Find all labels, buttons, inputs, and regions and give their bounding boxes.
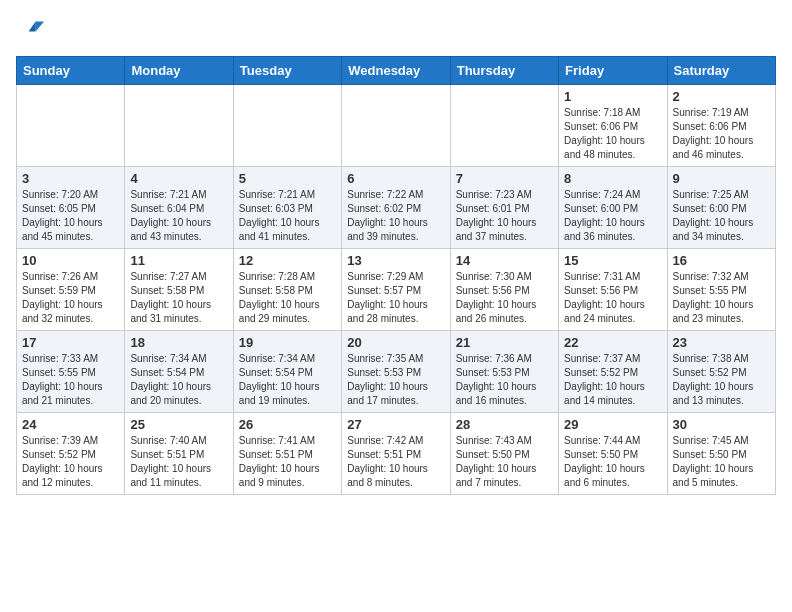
day-number: 11 — [130, 253, 227, 268]
calendar-cell: 24Sunrise: 7:39 AM Sunset: 5:52 PM Dayli… — [17, 413, 125, 495]
calendar-cell: 15Sunrise: 7:31 AM Sunset: 5:56 PM Dayli… — [559, 249, 667, 331]
day-info: Sunrise: 7:36 AM Sunset: 5:53 PM Dayligh… — [456, 352, 553, 408]
calendar-cell: 7Sunrise: 7:23 AM Sunset: 6:01 PM Daylig… — [450, 167, 558, 249]
calendar-cell: 10Sunrise: 7:26 AM Sunset: 5:59 PM Dayli… — [17, 249, 125, 331]
calendar-body: 1Sunrise: 7:18 AM Sunset: 6:06 PM Daylig… — [17, 85, 776, 495]
day-info: Sunrise: 7:33 AM Sunset: 5:55 PM Dayligh… — [22, 352, 119, 408]
calendar-cell: 2Sunrise: 7:19 AM Sunset: 6:06 PM Daylig… — [667, 85, 775, 167]
day-info: Sunrise: 7:32 AM Sunset: 5:55 PM Dayligh… — [673, 270, 770, 326]
calendar-week-2: 3Sunrise: 7:20 AM Sunset: 6:05 PM Daylig… — [17, 167, 776, 249]
day-info: Sunrise: 7:23 AM Sunset: 6:01 PM Dayligh… — [456, 188, 553, 244]
calendar-week-5: 24Sunrise: 7:39 AM Sunset: 5:52 PM Dayli… — [17, 413, 776, 495]
day-info: Sunrise: 7:34 AM Sunset: 5:54 PM Dayligh… — [239, 352, 336, 408]
day-number: 18 — [130, 335, 227, 350]
day-number: 28 — [456, 417, 553, 432]
calendar-cell: 29Sunrise: 7:44 AM Sunset: 5:50 PM Dayli… — [559, 413, 667, 495]
day-header-monday: Monday — [125, 57, 233, 85]
calendar-cell: 23Sunrise: 7:38 AM Sunset: 5:52 PM Dayli… — [667, 331, 775, 413]
svg-marker-1 — [29, 22, 36, 32]
day-number: 25 — [130, 417, 227, 432]
day-info: Sunrise: 7:31 AM Sunset: 5:56 PM Dayligh… — [564, 270, 661, 326]
day-number: 27 — [347, 417, 444, 432]
day-number: 21 — [456, 335, 553, 350]
calendar-cell: 9Sunrise: 7:25 AM Sunset: 6:00 PM Daylig… — [667, 167, 775, 249]
calendar-cell: 27Sunrise: 7:42 AM Sunset: 5:51 PM Dayli… — [342, 413, 450, 495]
day-info: Sunrise: 7:43 AM Sunset: 5:50 PM Dayligh… — [456, 434, 553, 490]
day-info: Sunrise: 7:21 AM Sunset: 6:03 PM Dayligh… — [239, 188, 336, 244]
day-number: 29 — [564, 417, 661, 432]
day-header-sunday: Sunday — [17, 57, 125, 85]
calendar-cell: 14Sunrise: 7:30 AM Sunset: 5:56 PM Dayli… — [450, 249, 558, 331]
day-info: Sunrise: 7:35 AM Sunset: 5:53 PM Dayligh… — [347, 352, 444, 408]
day-info: Sunrise: 7:27 AM Sunset: 5:58 PM Dayligh… — [130, 270, 227, 326]
calendar-cell: 20Sunrise: 7:35 AM Sunset: 5:53 PM Dayli… — [342, 331, 450, 413]
calendar-cell: 18Sunrise: 7:34 AM Sunset: 5:54 PM Dayli… — [125, 331, 233, 413]
calendar-cell: 5Sunrise: 7:21 AM Sunset: 6:03 PM Daylig… — [233, 167, 341, 249]
day-number: 19 — [239, 335, 336, 350]
day-header-tuesday: Tuesday — [233, 57, 341, 85]
calendar-cell: 4Sunrise: 7:21 AM Sunset: 6:04 PM Daylig… — [125, 167, 233, 249]
day-number: 7 — [456, 171, 553, 186]
calendar-week-3: 10Sunrise: 7:26 AM Sunset: 5:59 PM Dayli… — [17, 249, 776, 331]
calendar-cell: 1Sunrise: 7:18 AM Sunset: 6:06 PM Daylig… — [559, 85, 667, 167]
day-info: Sunrise: 7:34 AM Sunset: 5:54 PM Dayligh… — [130, 352, 227, 408]
day-info: Sunrise: 7:21 AM Sunset: 6:04 PM Dayligh… — [130, 188, 227, 244]
day-info: Sunrise: 7:24 AM Sunset: 6:00 PM Dayligh… — [564, 188, 661, 244]
calendar-table: SundayMondayTuesdayWednesdayThursdayFrid… — [16, 56, 776, 495]
day-header-friday: Friday — [559, 57, 667, 85]
day-headers-row: SundayMondayTuesdayWednesdayThursdayFrid… — [17, 57, 776, 85]
calendar-cell: 19Sunrise: 7:34 AM Sunset: 5:54 PM Dayli… — [233, 331, 341, 413]
day-info: Sunrise: 7:40 AM Sunset: 5:51 PM Dayligh… — [130, 434, 227, 490]
calendar-cell: 17Sunrise: 7:33 AM Sunset: 5:55 PM Dayli… — [17, 331, 125, 413]
day-info: Sunrise: 7:28 AM Sunset: 5:58 PM Dayligh… — [239, 270, 336, 326]
calendar-header: SundayMondayTuesdayWednesdayThursdayFrid… — [17, 57, 776, 85]
day-info: Sunrise: 7:25 AM Sunset: 6:00 PM Dayligh… — [673, 188, 770, 244]
day-info: Sunrise: 7:45 AM Sunset: 5:50 PM Dayligh… — [673, 434, 770, 490]
calendar-cell: 8Sunrise: 7:24 AM Sunset: 6:00 PM Daylig… — [559, 167, 667, 249]
calendar-cell: 3Sunrise: 7:20 AM Sunset: 6:05 PM Daylig… — [17, 167, 125, 249]
day-number: 26 — [239, 417, 336, 432]
day-number: 22 — [564, 335, 661, 350]
day-number: 6 — [347, 171, 444, 186]
calendar-cell — [125, 85, 233, 167]
calendar-week-1: 1Sunrise: 7:18 AM Sunset: 6:06 PM Daylig… — [17, 85, 776, 167]
day-header-thursday: Thursday — [450, 57, 558, 85]
day-number: 1 — [564, 89, 661, 104]
calendar-cell: 16Sunrise: 7:32 AM Sunset: 5:55 PM Dayli… — [667, 249, 775, 331]
day-info: Sunrise: 7:41 AM Sunset: 5:51 PM Dayligh… — [239, 434, 336, 490]
day-number: 12 — [239, 253, 336, 268]
calendar-cell: 21Sunrise: 7:36 AM Sunset: 5:53 PM Dayli… — [450, 331, 558, 413]
logo — [16, 16, 48, 44]
day-info: Sunrise: 7:37 AM Sunset: 5:52 PM Dayligh… — [564, 352, 661, 408]
day-info: Sunrise: 7:22 AM Sunset: 6:02 PM Dayligh… — [347, 188, 444, 244]
day-info: Sunrise: 7:44 AM Sunset: 5:50 PM Dayligh… — [564, 434, 661, 490]
day-number: 20 — [347, 335, 444, 350]
calendar-cell: 13Sunrise: 7:29 AM Sunset: 5:57 PM Dayli… — [342, 249, 450, 331]
calendar-cell — [233, 85, 341, 167]
calendar-cell: 26Sunrise: 7:41 AM Sunset: 5:51 PM Dayli… — [233, 413, 341, 495]
day-number: 30 — [673, 417, 770, 432]
day-number: 24 — [22, 417, 119, 432]
calendar-cell: 28Sunrise: 7:43 AM Sunset: 5:50 PM Dayli… — [450, 413, 558, 495]
day-info: Sunrise: 7:20 AM Sunset: 6:05 PM Dayligh… — [22, 188, 119, 244]
day-number: 23 — [673, 335, 770, 350]
day-number: 10 — [22, 253, 119, 268]
calendar-cell: 30Sunrise: 7:45 AM Sunset: 5:50 PM Dayli… — [667, 413, 775, 495]
day-number: 2 — [673, 89, 770, 104]
calendar-cell: 6Sunrise: 7:22 AM Sunset: 6:02 PM Daylig… — [342, 167, 450, 249]
day-number: 3 — [22, 171, 119, 186]
day-header-saturday: Saturday — [667, 57, 775, 85]
calendar-week-4: 17Sunrise: 7:33 AM Sunset: 5:55 PM Dayli… — [17, 331, 776, 413]
day-number: 15 — [564, 253, 661, 268]
logo-icon — [16, 16, 44, 44]
day-info: Sunrise: 7:30 AM Sunset: 5:56 PM Dayligh… — [456, 270, 553, 326]
calendar-cell: 22Sunrise: 7:37 AM Sunset: 5:52 PM Dayli… — [559, 331, 667, 413]
calendar-cell: 11Sunrise: 7:27 AM Sunset: 5:58 PM Dayli… — [125, 249, 233, 331]
page-header — [16, 16, 776, 44]
svg-marker-0 — [36, 22, 44, 32]
calendar-cell — [17, 85, 125, 167]
day-info: Sunrise: 7:38 AM Sunset: 5:52 PM Dayligh… — [673, 352, 770, 408]
calendar-cell — [342, 85, 450, 167]
day-info: Sunrise: 7:42 AM Sunset: 5:51 PM Dayligh… — [347, 434, 444, 490]
day-number: 4 — [130, 171, 227, 186]
